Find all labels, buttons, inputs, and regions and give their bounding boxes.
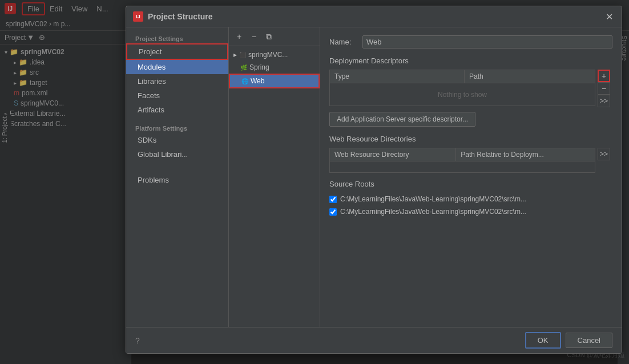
source-root-path-1: C:\MyLearningFiles\JavaWeb-Learning\spri… xyxy=(340,195,526,203)
close-button[interactable]: ✕ xyxy=(603,11,615,22)
deployment-table-wrapper: Type Path Nothing to show + − >> xyxy=(329,70,595,106)
nav-item-global-libs[interactable]: Global Librari... xyxy=(126,147,228,161)
source-root-item-1: C:\MyLearningFiles\JavaWeb-Learning\spri… xyxy=(329,193,612,205)
remove-module-button[interactable]: − xyxy=(248,31,260,42)
dialog-titlebar: IJ Project Structure ✕ xyxy=(126,6,622,27)
type-column-header: Type xyxy=(330,70,465,83)
spring-icon: 🌿 xyxy=(240,64,247,71)
expand-arrow-icon: ▸ xyxy=(233,51,237,59)
module-toolbar: + − ⧉ xyxy=(229,27,320,46)
module-label: Spring xyxy=(249,63,269,71)
source-root-path-2: C:\MyLearningFiles\JavaWeb-Learning\spri… xyxy=(340,208,526,216)
module-item-web[interactable]: 🌐 Web xyxy=(229,74,320,88)
module-tree: ▸ ⬛ springMVC... 🌿 Spring 🌐 Web xyxy=(229,46,320,327)
wrd-table-wrapper: Web Resource Directory Path Relative to … xyxy=(329,148,595,173)
source-root-checkbox-1[interactable] xyxy=(329,196,337,203)
name-label: Name: xyxy=(329,38,358,46)
wrd-col-header: Web Resource Directory xyxy=(330,148,456,161)
empty-text: Nothing to show xyxy=(330,83,595,106)
name-row: Name: xyxy=(329,35,612,48)
dialog-body: Project Settings Project Modules Librari… xyxy=(126,27,622,327)
name-input[interactable] xyxy=(362,35,612,48)
nav-item-sdks[interactable]: SDKs xyxy=(126,133,228,147)
wrd-path-col-header: Path Relative to Deploym... xyxy=(456,148,595,161)
nav-item-project[interactable]: Project xyxy=(126,43,228,60)
module-icon: ⬛ xyxy=(239,52,246,58)
wrd-empty-row xyxy=(330,161,595,173)
dialog-title: IJ Project Structure xyxy=(133,11,213,22)
source-root-checkbox-2[interactable] xyxy=(329,208,337,216)
platform-settings-title: Platform Settings xyxy=(126,123,228,133)
dialog-nav: Project Settings Project Modules Librari… xyxy=(126,27,229,327)
module-item-springmvc[interactable]: ▸ ⬛ springMVC... xyxy=(229,48,320,61)
nav-item-libraries[interactable]: Libraries xyxy=(126,74,228,88)
add-app-server-button[interactable]: Add Application Server specific descript… xyxy=(329,112,475,127)
help-icon[interactable]: ? xyxy=(135,336,140,345)
wrd-more-button[interactable]: >> xyxy=(598,148,610,160)
dialog-logo-icon: IJ xyxy=(133,11,143,22)
add-descriptor-button[interactable]: + xyxy=(598,70,610,82)
nav-item-artifacts[interactable]: Artifacts xyxy=(126,103,228,117)
deployment-section-title: Deployment Descriptors xyxy=(329,56,612,65)
dialog-title-text: Project Structure xyxy=(148,12,213,21)
dialog-footer: ? OK Cancel xyxy=(126,327,622,353)
project-settings-title: Project Settings xyxy=(126,33,228,43)
ide-window: IJ File Edit View N... springMVC02 › m p… xyxy=(0,0,629,364)
project-structure-dialog: IJ Project Structure ✕ Project Settings … xyxy=(126,6,622,354)
module-label: Web xyxy=(251,77,264,85)
copy-module-button[interactable]: ⧉ xyxy=(263,31,275,42)
ok-button[interactable]: OK xyxy=(525,332,561,349)
path-column-header: Path xyxy=(465,70,595,83)
more-descriptor-button[interactable]: >> xyxy=(598,95,610,107)
deployment-table: Type Path Nothing to show xyxy=(329,70,595,106)
remove-descriptor-button[interactable]: − xyxy=(598,82,610,95)
module-item-spring[interactable]: 🌿 Spring xyxy=(229,61,320,74)
dialog-module-panel: + − ⧉ ▸ ⬛ springMVC... 🌿 Spring 🌐 xyxy=(229,27,320,327)
add-module-button[interactable]: + xyxy=(233,31,245,42)
web-icon: 🌐 xyxy=(241,78,248,84)
nav-item-facets[interactable]: Facets xyxy=(126,88,228,103)
dialog-content-panel: Name: Deployment Descriptors Type Path xyxy=(320,27,622,327)
module-label: springMVC... xyxy=(248,51,288,59)
source-root-item-2: C:\MyLearningFiles\JavaWeb-Learning\spri… xyxy=(329,205,612,218)
cancel-button[interactable]: Cancel xyxy=(566,333,612,348)
web-resource-section-title: Web Resource Directories xyxy=(329,135,612,143)
source-roots-section-title: Source Roots xyxy=(329,180,612,188)
empty-row: Nothing to show xyxy=(330,83,595,106)
wrd-table: Web Resource Directory Path Relative to … xyxy=(329,148,595,173)
nav-item-problems[interactable]: Problems xyxy=(126,173,228,187)
nav-item-modules[interactable]: Modules xyxy=(126,60,228,74)
